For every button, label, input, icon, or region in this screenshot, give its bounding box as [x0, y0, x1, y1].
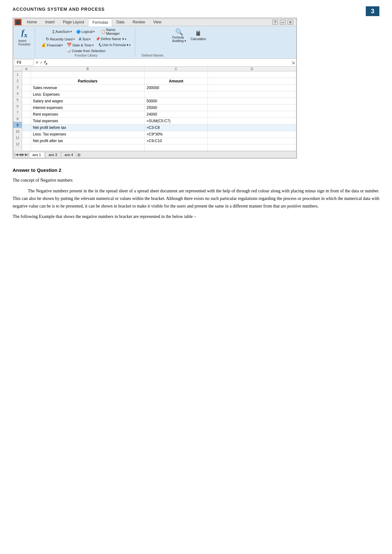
- cell-a7[interactable]: [22, 111, 31, 117]
- calculation-button[interactable]: 🖩 Calculation: [189, 29, 207, 41]
- cell-b5[interactable]: Salary and wages: [31, 98, 145, 104]
- name-manager-button[interactable]: 📋 NameManager: [100, 27, 121, 36]
- cell-a3[interactable]: [22, 85, 31, 91]
- table-row: Interest expenses 25000: [22, 105, 296, 111]
- cell-b2[interactable]: Particulars: [31, 78, 145, 84]
- define-name-icon: 📌: [96, 37, 100, 41]
- cell-reference-box[interactable]: F9: [15, 59, 33, 66]
- cell-a8[interactable]: [22, 118, 31, 124]
- cell-c10[interactable]: =C9*30%: [145, 131, 208, 137]
- cell-a2[interactable]: [22, 78, 31, 84]
- formula-auditing-button[interactable]: 🔍 FormulaAuditing ▾: [171, 27, 187, 43]
- ribbon-row-4: 📊 Create from Selection: [66, 48, 106, 53]
- financial-button[interactable]: 💰 Financial: [40, 42, 64, 48]
- cell-c12[interactable]: [145, 144, 208, 151]
- cell-b4[interactable]: Less: Expenses: [31, 91, 145, 98]
- cell-c6[interactable]: 25000: [145, 105, 208, 111]
- recently-used-button[interactable]: ↻ Recently Used: [45, 36, 76, 42]
- tab-data[interactable]: Data: [112, 18, 128, 26]
- cancel-formula-button[interactable]: ✕: [35, 60, 39, 65]
- sheet-nav-prev[interactable]: ◀: [19, 153, 21, 157]
- cell-c5[interactable]: 50000: [145, 98, 208, 104]
- close-button[interactable]: ✕: [287, 20, 293, 25]
- cell-d8[interactable]: [208, 118, 296, 124]
- cell-c4[interactable]: [145, 91, 208, 98]
- cell-d4[interactable]: [208, 91, 296, 98]
- formula-input[interactable]: [49, 60, 290, 65]
- tab-formulas[interactable]: Formulas: [88, 19, 112, 26]
- cell-d6[interactable]: [208, 105, 296, 111]
- cell-d10[interactable]: [208, 131, 296, 137]
- sheet-tab-ans4[interactable]: ans 4: [61, 152, 77, 157]
- cell-b6[interactable]: Interest expenses: [31, 105, 145, 111]
- cell-a5[interactable]: [22, 98, 31, 104]
- cell-b12[interactable]: [31, 144, 145, 151]
- tab-home[interactable]: Home: [23, 18, 41, 26]
- cell-b9[interactable]: Net profit before tax: [31, 124, 145, 131]
- cell-c1[interactable]: [145, 71, 208, 78]
- cell-b8[interactable]: Total expenses: [31, 118, 145, 124]
- cell-c2[interactable]: Amount: [145, 78, 208, 84]
- cell-c9[interactable]: =C3-C8: [145, 124, 208, 131]
- sheet-nav-first[interactable]: |◀: [15, 153, 18, 157]
- enter-formula-button[interactable]: ✓: [40, 60, 43, 65]
- help-button[interactable]: ?: [272, 20, 278, 25]
- minimize-button[interactable]: —: [280, 20, 286, 25]
- logical-button[interactable]: 🔷 Logical: [75, 29, 96, 34]
- table-row: Net profit before tax =C3-C8: [22, 124, 296, 131]
- table-row: Sales revenue 200000: [22, 85, 296, 91]
- row-header-10: 10: [13, 128, 22, 135]
- expand-formula-button[interactable]: ⇲: [291, 60, 295, 65]
- sheet-nav-last[interactable]: ▶|: [25, 153, 28, 157]
- cell-d11[interactable]: [208, 138, 296, 144]
- cell-a6[interactable]: [22, 105, 31, 111]
- ribbon-row-2: ↻ Recently Used A Text 📌 Define Name ▾: [45, 36, 127, 42]
- tab-insert[interactable]: Insert: [41, 18, 59, 26]
- cell-d2[interactable]: [208, 78, 296, 84]
- cell-a10[interactable]: [22, 131, 31, 137]
- date-time-button[interactable]: 📅 Date & Time: [66, 42, 95, 48]
- sheet-tab-ans1[interactable]: ans 1: [29, 152, 45, 157]
- cell-c3[interactable]: 200000: [145, 85, 208, 91]
- text-icon: A: [79, 37, 81, 41]
- cell-a11[interactable]: [22, 138, 31, 144]
- cell-d3[interactable]: [208, 85, 296, 91]
- use-in-formula-button[interactable]: fx Use in Formula ▾: [98, 42, 132, 48]
- cell-b11[interactable]: Net profit after tax: [31, 138, 145, 144]
- cell-d7[interactable]: [208, 111, 296, 117]
- create-from-selection-button[interactable]: 📊 Create from Selection: [66, 48, 106, 53]
- autosum-button[interactable]: Σ AutoSum: [51, 29, 73, 34]
- sheet-tab-ans3[interactable]: ans 3: [45, 152, 61, 157]
- page-title: ACCOUNTING SYSTEM AND PROCESS: [13, 7, 105, 12]
- cell-c7[interactable]: 24000: [145, 111, 208, 117]
- cell-c8[interactable]: =SUM(C5:C7): [145, 118, 208, 124]
- cell-d12[interactable]: [208, 144, 296, 151]
- add-sheet-button[interactable]: ⊕: [77, 152, 81, 157]
- logical-icon: 🔷: [76, 29, 81, 34]
- cell-c11[interactable]: =C9-C10: [145, 138, 208, 144]
- cell-a1[interactable]: [22, 71, 31, 78]
- header-spacer: [13, 67, 22, 71]
- section-heading: Answer to Question 2: [13, 167, 379, 173]
- office-button[interactable]: ⬛: [15, 19, 21, 25]
- insert-function-button[interactable]: fx InsertFunction: [17, 27, 32, 47]
- define-name-button[interactable]: 📌 Define Name ▾: [95, 37, 127, 41]
- sheet-nav-next[interactable]: ▶: [22, 153, 24, 157]
- cell-b1[interactable]: [31, 71, 145, 78]
- tab-page-layout[interactable]: Page Layout: [59, 18, 88, 26]
- sheet-area: 1 2 3 4 5 6 7 8 9 10 11 12: [13, 71, 296, 151]
- row-header-5: 5: [13, 97, 22, 103]
- cell-b10[interactable]: Less: Tax expenses: [31, 131, 145, 137]
- cell-d9[interactable]: [208, 124, 296, 131]
- cell-a9[interactable]: [22, 124, 31, 131]
- cell-d1[interactable]: [208, 71, 296, 78]
- tab-view[interactable]: View: [149, 18, 166, 26]
- cell-d5[interactable]: [208, 98, 296, 104]
- cell-b3[interactable]: Sales revenue: [31, 85, 145, 91]
- text-button[interactable]: A Text: [78, 36, 92, 42]
- cell-b7[interactable]: Rent expenses: [31, 111, 145, 117]
- tab-review[interactable]: Review: [129, 18, 149, 26]
- cell-a4[interactable]: [22, 91, 31, 98]
- cell-a12[interactable]: [22, 144, 31, 151]
- create-from-selection-label: Create from Selection: [72, 49, 105, 53]
